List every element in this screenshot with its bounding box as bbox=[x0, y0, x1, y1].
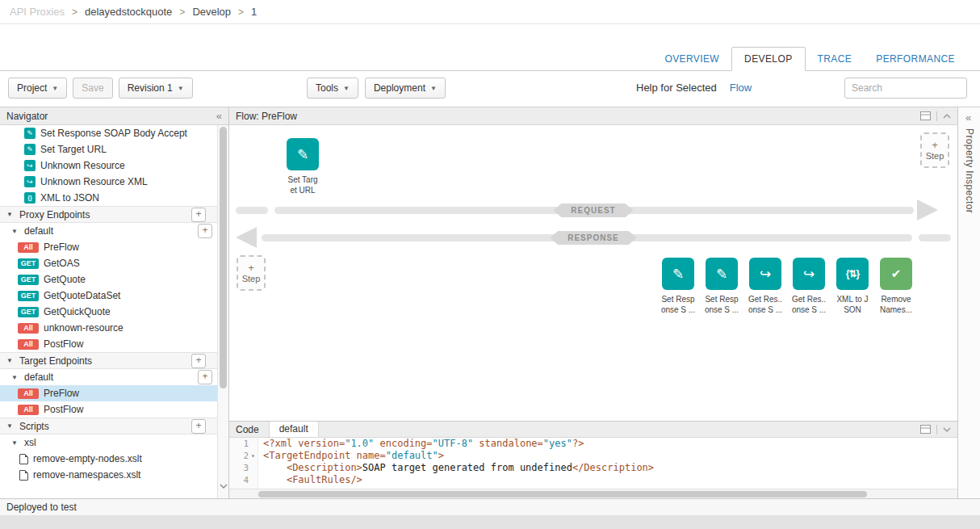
disclosure-triangle-icon[interactable]: ▼ bbox=[11, 228, 19, 235]
collapse-panel-icon[interactable] bbox=[943, 427, 951, 432]
tab-performance[interactable]: PERFORMANCE bbox=[864, 47, 967, 71]
flow-title: Flow: PreFlow bbox=[236, 111, 297, 122]
gutter: 4 bbox=[229, 474, 258, 486]
add-target-endpoint-button[interactable]: + bbox=[191, 354, 206, 368]
xml-to-json-icon: {} bbox=[24, 192, 36, 204]
step-label: XML to J SON bbox=[830, 294, 875, 315]
add-proxy-endpoint-button[interactable]: + bbox=[191, 208, 206, 222]
pencil-icon: ✎ bbox=[24, 128, 36, 139]
code-token: standalone= bbox=[473, 438, 543, 449]
flow-step-response[interactable]: ✎ Set Resp onse S ... bbox=[699, 258, 744, 315]
flow-step-response[interactable]: ✔ Remove Names... bbox=[873, 258, 919, 315]
fold-arrow-icon[interactable]: ▾ bbox=[249, 450, 257, 462]
project-menu-button[interactable]: Project ▼ bbox=[8, 78, 67, 99]
flow-item[interactable]: GET GetQuickQuote bbox=[0, 304, 217, 320]
redirect-arrow-icon: ↪ bbox=[24, 176, 36, 187]
collapse-navigator-icon[interactable]: « bbox=[216, 110, 222, 122]
policy-item[interactable]: ✎ Set Response SOAP Body Accept bbox=[0, 125, 217, 141]
flow-item[interactable]: All PostFlow bbox=[0, 336, 217, 352]
disclosure-triangle-icon[interactable]: ▼ bbox=[6, 422, 15, 430]
revision-menu-button[interactable]: Revision 1 ▼ bbox=[119, 78, 193, 99]
flow-item-selected[interactable]: All PreFlow bbox=[0, 385, 217, 401]
breadcrumb-develop[interactable]: Develop bbox=[192, 6, 231, 18]
flow-item[interactable]: GET GetQuoteDataSet bbox=[0, 288, 217, 304]
add-step-button-response[interactable]: + Step bbox=[237, 255, 266, 291]
help-flow-link[interactable]: Flow bbox=[730, 82, 752, 94]
flow-step-response[interactable]: ↪ Get Res.. onse S ... bbox=[786, 258, 831, 315]
add-proxy-flow-button[interactable]: + bbox=[198, 224, 212, 238]
deployment-menu-button[interactable]: Deployment ▼ bbox=[365, 78, 446, 99]
flow-step-response[interactable]: {⇅} XML to J SON bbox=[830, 258, 875, 315]
navigator-scrollbar[interactable] bbox=[217, 125, 228, 498]
breadcrumb-api-proxies[interactable]: API Proxies bbox=[10, 6, 65, 18]
scrollbar-thumb[interactable] bbox=[220, 127, 227, 388]
split-view-icon[interactable] bbox=[920, 111, 931, 120]
endpoint-label: default bbox=[24, 225, 193, 237]
proxy-endpoint-default[interactable]: ▼ default + bbox=[0, 223, 217, 239]
flow-item[interactable]: All PreFlow bbox=[0, 239, 217, 255]
tab-overview[interactable]: OVERVIEW bbox=[652, 47, 731, 71]
breadcrumb-proxy-name[interactable]: delayedstockquote bbox=[85, 6, 172, 18]
section-scripts[interactable]: ▼ Scripts + bbox=[0, 418, 217, 435]
policy-item[interactable]: ↪ Unknown Resource XML bbox=[0, 174, 217, 190]
code-token: </Description> bbox=[572, 462, 654, 473]
code-editor[interactable]: 1 <?xml version="1.0" encoding="UTF-8" s… bbox=[229, 438, 957, 491]
disclosure-triangle-icon[interactable]: ▼ bbox=[11, 374, 19, 381]
apigee-develop-screen: API Proxies > delayedstockquote > Develo… bbox=[0, 0, 980, 529]
save-button[interactable]: Save bbox=[73, 78, 112, 99]
flow-item[interactable]: All unknown-resource bbox=[0, 320, 217, 336]
method-badge: GET bbox=[18, 307, 39, 317]
scrollbar-thumb[interactable] bbox=[258, 491, 867, 498]
flow-label: GetQuickQuote bbox=[44, 306, 111, 317]
flow-item[interactable]: GET GetOAS bbox=[0, 255, 217, 271]
policy-item[interactable]: {} XML to JSON bbox=[0, 190, 217, 206]
line-number: 1 bbox=[243, 438, 249, 450]
script-file-item[interactable]: remove-namespaces.xslt bbox=[0, 467, 217, 483]
expand-property-inspector-icon[interactable]: « bbox=[965, 111, 971, 124]
disclosure-triangle-icon[interactable]: ▼ bbox=[11, 439, 19, 447]
scroll-down-icon[interactable] bbox=[220, 477, 228, 492]
search-input[interactable] bbox=[844, 78, 967, 99]
caret-down-icon: ▼ bbox=[430, 85, 437, 92]
pencil-icon: ✎ bbox=[662, 258, 694, 290]
flow-label: PreFlow bbox=[44, 241, 79, 253]
target-endpoint-default[interactable]: ▼ default + bbox=[0, 369, 217, 385]
policy-label: Set Response SOAP Body Accept bbox=[40, 128, 187, 139]
flow-item[interactable]: GET GetQuote bbox=[0, 271, 217, 288]
gutter: 3 bbox=[229, 462, 258, 474]
flow-step-response[interactable]: ↪ Get Res.. onse S ... bbox=[743, 258, 788, 315]
flow-label: GetOAS bbox=[44, 258, 80, 269]
scripts-xsl-group[interactable]: ▼ xsl bbox=[0, 435, 217, 451]
collapse-panel-icon[interactable] bbox=[943, 114, 951, 119]
code-token: SOAP target generated from undefined bbox=[362, 462, 572, 473]
tab-develop[interactable]: DEVELOP bbox=[731, 47, 806, 71]
script-file-item[interactable]: remove-empty-nodes.xslt bbox=[0, 451, 217, 467]
disclosure-triangle-icon[interactable]: ▼ bbox=[6, 211, 15, 218]
script-file-label: remove-namespaces.xslt bbox=[33, 469, 140, 481]
add-script-button[interactable]: + bbox=[191, 419, 206, 434]
request-line-stub bbox=[236, 207, 268, 214]
disclosure-triangle-icon[interactable]: ▼ bbox=[6, 357, 15, 364]
redirect-arrow-icon: ↪ bbox=[749, 258, 781, 290]
pencil-icon: ✎ bbox=[24, 144, 36, 155]
section-proxy-endpoints[interactable]: ▼ Proxy Endpoints + bbox=[0, 206, 217, 223]
split-view-icon[interactable] bbox=[920, 425, 931, 434]
property-inspector-panel[interactable]: « Property Inspector bbox=[957, 107, 980, 498]
save-button-label: Save bbox=[82, 82, 103, 94]
flow-step-response[interactable]: ✎ Set Resp onse S ... bbox=[655, 258, 701, 315]
breadcrumb-revision[interactable]: 1 bbox=[251, 6, 257, 18]
add-step-button-request[interactable]: + Step bbox=[920, 132, 949, 168]
section-target-endpoints[interactable]: ▼ Target Endpoints + bbox=[0, 352, 217, 369]
revision-menu-label: Revision 1 bbox=[128, 82, 173, 94]
project-menu-label: Project bbox=[17, 82, 47, 94]
icon-divider bbox=[936, 111, 937, 121]
add-target-flow-button[interactable]: + bbox=[198, 370, 212, 384]
tab-trace[interactable]: TRACE bbox=[806, 47, 865, 71]
code-tab-default[interactable]: default bbox=[269, 422, 319, 437]
flow-step-set-target-url[interactable]: ✎ Set Targ et URL bbox=[280, 138, 325, 195]
policy-item[interactable]: ↪ Unknown Resource bbox=[0, 157, 217, 174]
policy-item[interactable]: ✎ Set Target URL bbox=[0, 141, 217, 157]
tools-menu-button[interactable]: Tools ▼ bbox=[307, 78, 358, 99]
method-badge: All bbox=[18, 339, 39, 350]
flow-item[interactable]: All PostFlow bbox=[0, 401, 217, 418]
